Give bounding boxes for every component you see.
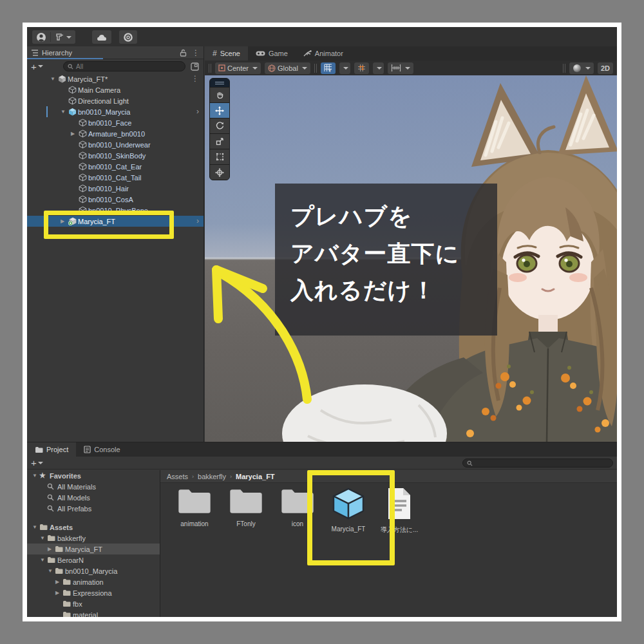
rotate-tool-button[interactable] <box>210 118 229 133</box>
expand-arrow[interactable]: ▶ <box>71 131 79 137</box>
hierarchy-row[interactable]: ▶ Armature_bn0010 <box>27 128 204 139</box>
toolbar-handle[interactable] <box>209 64 211 73</box>
scale-tool-button[interactable] <box>210 133 229 149</box>
popout-icon[interactable] <box>191 62 199 71</box>
tab-animator[interactable]: Animator <box>296 46 351 61</box>
mode-2d-button[interactable]: 2D <box>598 62 613 74</box>
expand-arrow[interactable]: ▼ <box>48 568 55 574</box>
expand-arrow[interactable]: ▼ <box>40 535 47 541</box>
tree-row[interactable]: All Materials <box>27 481 160 492</box>
project-create-caret[interactable] <box>38 462 43 464</box>
tree-row[interactable]: fbx <box>27 598 160 609</box>
project-create-button[interactable]: + <box>31 457 37 468</box>
breadcrumb-assets[interactable]: Assets <box>167 473 188 480</box>
expand-arrow[interactable]: ▶ <box>61 218 68 224</box>
snap-increment-button[interactable] <box>388 62 413 74</box>
expand-arrow[interactable]: ▶ <box>48 546 55 552</box>
orientation-dropdown[interactable]: Global <box>265 62 310 74</box>
create-button[interactable]: + <box>31 61 37 72</box>
grid-snap-button[interactable] <box>354 62 369 74</box>
hierarchy-row[interactable]: bn0010_SkinBody <box>27 150 204 161</box>
tree-row[interactable]: material <box>27 609 160 617</box>
tree-row[interactable]: ▼ BeroarN <box>27 554 160 565</box>
project-panel: Project Console + ▼ ★ <box>27 442 617 617</box>
asset-label: FTonly <box>236 520 255 527</box>
globe-icon <box>268 64 276 72</box>
hand-tool-button[interactable] <box>210 87 229 102</box>
hierarchy-row[interactable]: Directional Light <box>27 95 204 106</box>
tree-row[interactable]: ▼ Assets <box>27 522 160 533</box>
settings-button[interactable] <box>119 30 137 44</box>
hierarchy-row[interactable]: bn0010_Face <box>27 117 204 128</box>
tree-row[interactable]: ▼ bn0010_Marycia <box>27 565 160 576</box>
create-caret[interactable] <box>38 65 43 68</box>
tree-row[interactable]: ▶ Marycia_FT <box>27 544 160 554</box>
hierarchy-menu-icon[interactable]: ⋮ <box>192 48 200 57</box>
tree-row[interactable]: ▶ Expressiona <box>27 587 160 598</box>
tree-row[interactable]: ▼ bakkerfly <box>27 533 160 544</box>
hierarchy-row[interactable]: ▶ Marycia_FT › <box>27 216 204 227</box>
expand-arrow[interactable]: ▼ <box>61 109 68 115</box>
asset-item[interactable]: 導入方法に... <box>375 487 424 535</box>
tools-drag-handle[interactable] <box>210 79 229 87</box>
asset-item[interactable]: animation <box>170 487 219 527</box>
prefab-icon <box>68 108 78 116</box>
caption-line-2: アバター直下に <box>290 235 482 272</box>
avatar-tool-button[interactable] <box>51 30 75 44</box>
expand-arrow[interactable]: ▼ <box>32 473 39 478</box>
hierarchy-row[interactable]: ▼ Marycia_FT* ⋮ <box>27 73 204 84</box>
asset-item[interactable]: Marycia_FT <box>324 487 373 533</box>
cloud-button[interactable] <box>92 30 111 44</box>
lock-icon[interactable] <box>180 49 187 57</box>
row-adorner[interactable]: › <box>196 216 199 227</box>
tab-project[interactable]: Project <box>27 442 76 457</box>
hierarchy-row[interactable]: bn0010_Cat_Tail <box>27 172 204 183</box>
hierarchy-search-input[interactable]: All <box>63 61 185 71</box>
tree-row[interactable]: ▼ ★ Favorites <box>27 470 160 481</box>
expand-arrow[interactable]: ▼ <box>32 524 39 530</box>
account-icon[interactable] <box>32 30 50 44</box>
tree-row[interactable]: All Prefabs <box>27 503 160 514</box>
folder-icon <box>47 535 57 542</box>
tree-row[interactable] <box>27 514 160 522</box>
expand-arrow[interactable]: ▼ <box>40 557 47 563</box>
breadcrumb-current[interactable]: Marycia_FT <box>236 473 275 480</box>
tab-console[interactable]: Console <box>76 442 128 457</box>
project-tree: ▼ ★ Favorites All Materials <box>27 470 160 617</box>
asset-item[interactable]: icon <box>273 487 322 527</box>
row-adorner[interactable]: › <box>196 106 199 117</box>
pivot-dropdown[interactable]: Center <box>215 62 261 74</box>
hierarchy-row[interactable]: bn0010_Cat_Ear <box>27 161 204 172</box>
move-icon <box>215 106 224 115</box>
project-search-input[interactable] <box>462 459 613 468</box>
row-adorner[interactable]: ⋮ <box>191 73 199 84</box>
grid-visibility-caret[interactable] <box>339 62 350 74</box>
transform-tool-button[interactable] <box>210 164 229 180</box>
asset-item[interactable]: FTonly <box>222 487 270 527</box>
tree-row[interactable]: All Models <box>27 492 160 503</box>
expand-arrow[interactable]: ▶ <box>55 579 62 585</box>
tab-game[interactable]: Game <box>248 46 296 61</box>
hierarchy-row[interactable]: ▼ bn0010_Marycia › <box>27 106 204 117</box>
expand-arrow[interactable]: ▼ <box>50 76 58 82</box>
expand-arrow[interactable]: ▶ <box>55 590 62 596</box>
hierarchy-icon <box>31 50 39 56</box>
shaded-sphere-icon <box>573 64 582 73</box>
tab-scene[interactable]: # Scene <box>205 46 248 61</box>
hierarchy-row[interactable]: bn0010_PhysBone <box>27 205 204 216</box>
grid-visibility-button[interactable]: Y <box>321 62 336 74</box>
hierarchy-row[interactable]: bn0010_Hair <box>27 183 204 194</box>
move-tool-button[interactable] <box>210 102 229 118</box>
hierarchy-header[interactable]: Hierarchy ⋮ <box>27 46 204 59</box>
breadcrumb-bakkerfly[interactable]: bakkerfly <box>198 473 226 480</box>
grid-snap-caret[interactable] <box>373 62 384 74</box>
scene-viewport[interactable]: プレハブを アバター直下に 入れるだけ！ <box>205 75 617 442</box>
rect-tool-button[interactable] <box>210 149 229 164</box>
scene-panel: # Scene Game Animator Center Global <box>205 46 617 442</box>
shading-mode-dropdown[interactable] <box>569 62 594 74</box>
tree-row[interactable]: ▶ animation <box>27 576 160 587</box>
hierarchy-row[interactable]: Main Camera <box>27 84 204 95</box>
caption-line-3: 入れるだけ！ <box>290 272 482 309</box>
hierarchy-row[interactable]: bn0010_CosA <box>27 194 204 205</box>
hierarchy-row[interactable]: bn0010_Underwear <box>27 139 204 150</box>
